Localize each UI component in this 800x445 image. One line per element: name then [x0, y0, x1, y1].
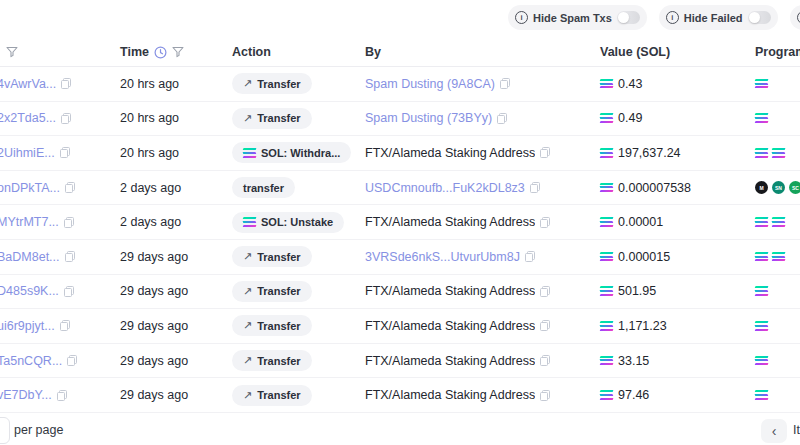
sol-token-icon: [600, 390, 613, 400]
solana-program-icon[interactable]: [772, 252, 785, 262]
solana-program-icon[interactable]: [755, 390, 768, 400]
program-icons: [755, 79, 800, 89]
per-page-label: per page: [14, 423, 63, 437]
copy-icon[interactable]: [540, 390, 550, 401]
solana-program-icon[interactable]: [755, 356, 768, 366]
action-badge: ↗ Transfer: [232, 350, 312, 371]
solana-icon: [243, 217, 256, 227]
solana-program-icon[interactable]: [755, 321, 768, 331]
tx-time: 20 hrs ago: [120, 111, 179, 125]
tx-signature-link[interactable]: onDPkTA...: [0, 181, 60, 195]
tx-value: 501.95: [618, 284, 656, 298]
action-badge: ↗ Transfer: [232, 385, 312, 406]
per-page-select[interactable]: [0, 417, 10, 444]
tx-signature-link[interactable]: 4vAwrVa...: [0, 77, 56, 91]
copy-icon[interactable]: [64, 286, 74, 297]
by-address: FTX/Alameda Staking Address: [365, 146, 535, 160]
signature-filter-icon[interactable]: [6, 46, 18, 58]
copy-icon[interactable]: [61, 113, 71, 124]
action-badge: ↗ Transfer: [232, 73, 312, 94]
by-address[interactable]: 3VRSde6nkS...UtvurUbm8J: [365, 250, 520, 264]
time-filter-icon[interactable]: [172, 46, 184, 58]
by-address[interactable]: Spam Dusting (73BYy): [365, 111, 492, 125]
copy-icon[interactable]: [60, 147, 70, 158]
sol-token-icon: [600, 217, 613, 227]
program-icons: [755, 286, 800, 296]
by-address[interactable]: Spam Dusting (9A8CA): [365, 77, 495, 91]
by-address: FTX/Alameda Staking Address: [365, 215, 535, 229]
action-badge-label: Transfer: [257, 320, 300, 332]
program-icons: [755, 148, 800, 158]
solana-program-icon[interactable]: [772, 148, 785, 158]
by-address[interactable]: USDCmnoufb...FuK2kDL8z3: [365, 181, 525, 195]
tx-signature-link[interactable]: D485s9K...: [0, 284, 59, 298]
tx-signature-link[interactable]: vE7DbY...: [0, 388, 52, 402]
transfer-arrow-icon: ↗: [243, 319, 252, 332]
copy-icon[interactable]: [57, 390, 67, 401]
action-badge-label: Transfer: [257, 389, 300, 401]
program-icons: [755, 217, 800, 227]
solana-program-icon[interactable]: [755, 252, 768, 262]
action-header-label: Action: [232, 45, 271, 59]
copy-icon[interactable]: [540, 217, 550, 228]
copy-icon[interactable]: [530, 182, 540, 193]
solana-program-icon[interactable]: [755, 148, 768, 158]
toggle-hide-failed[interactable]: i Hide Failed: [659, 5, 778, 30]
tx-signature-link[interactable]: 2x2Tda5...: [0, 111, 56, 125]
copy-icon[interactable]: [64, 217, 74, 228]
solana-program-icon[interactable]: [755, 79, 768, 89]
program-circle-icon[interactable]: SN: [772, 181, 785, 194]
tx-signature-link[interactable]: MYtrMT7...: [0, 215, 59, 229]
tx-signature-link[interactable]: Ta5nCQR...: [0, 354, 62, 368]
programs-header-label: Programs: [755, 45, 800, 59]
tx-signature-link[interactable]: ui6r9pjyt...: [0, 319, 55, 333]
copy-icon[interactable]: [67, 355, 77, 366]
tx-value: 33.15: [618, 354, 649, 368]
tx-value: 0.000007538: [618, 181, 691, 195]
by-header-label: By: [365, 45, 381, 59]
copy-icon[interactable]: [60, 320, 70, 331]
tx-time: 29 days ago: [120, 250, 188, 264]
tx-value: 0.000015: [618, 250, 670, 264]
transfer-arrow-icon: ↗: [243, 77, 252, 90]
copy-icon[interactable]: [540, 355, 550, 366]
copy-icon[interactable]: [65, 182, 75, 193]
copy-icon[interactable]: [65, 251, 75, 262]
solana-program-icon[interactable]: [772, 217, 785, 227]
copy-icon[interactable]: [540, 320, 550, 331]
solana-program-icon[interactable]: [755, 286, 768, 296]
by-address: FTX/Alameda Staking Address: [365, 284, 535, 298]
copy-icon[interactable]: [525, 251, 535, 262]
footer-right-text: It: [793, 423, 800, 437]
table-row: Ta5nCQR... 29 days ago ↗ Transfer FTX/Al…: [0, 344, 800, 379]
sol-token-icon: [600, 286, 613, 296]
copy-icon[interactable]: [61, 78, 71, 89]
solana-program-icon[interactable]: [755, 113, 768, 123]
tx-signature-link[interactable]: BaDM8et...: [0, 250, 60, 264]
action-badge: ↗ SOL: Unstake: [232, 212, 344, 233]
sol-token-icon: [600, 321, 613, 331]
tx-value: 0.49: [618, 111, 642, 125]
action-badge: ↗ Transfer: [232, 281, 312, 302]
clock-icon[interactable]: [154, 46, 167, 59]
toggle-oldest-first[interactable]: i Oldest Fi: [790, 5, 800, 30]
tx-signature-link[interactable]: 2UihmiE...: [0, 146, 55, 160]
hide-spam-switch[interactable]: [617, 11, 640, 24]
info-icon: i: [797, 11, 800, 24]
program-circle-icon[interactable]: SC: [789, 181, 800, 194]
prev-page-button[interactable]: ‹: [761, 419, 787, 443]
copy-icon[interactable]: [540, 286, 550, 297]
program-circle-icon[interactable]: M: [755, 181, 768, 194]
toggle-hide-failed-label: Hide Failed: [684, 12, 743, 24]
program-icons: [755, 113, 800, 123]
copy-icon[interactable]: [500, 78, 510, 89]
sol-token-icon: [600, 79, 613, 89]
solana-program-icon[interactable]: [755, 217, 768, 227]
action-badge-label: Transfer: [257, 112, 300, 124]
sol-token-icon: [600, 356, 613, 366]
hide-failed-switch[interactable]: [748, 11, 771, 24]
copy-icon[interactable]: [540, 147, 550, 158]
copy-icon[interactable]: [497, 113, 507, 124]
by-address: FTX/Alameda Staking Address: [365, 354, 535, 368]
toggle-hide-spam[interactable]: i Hide Spam Txs: [508, 5, 647, 30]
